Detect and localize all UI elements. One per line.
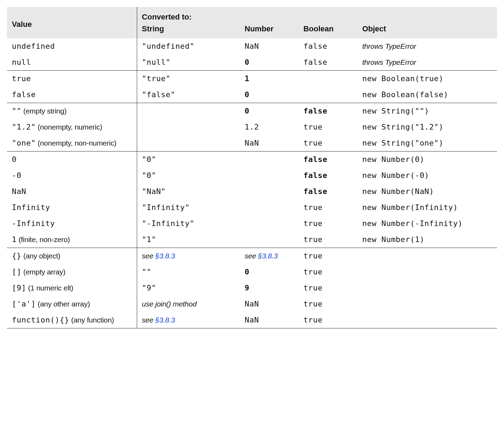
cell-object: new Boolean(false) <box>357 87 497 103</box>
table-row: -Infinity"-Infinity"truenew Number(-Infi… <box>7 216 497 232</box>
table-row: function(){} (any function)see §3.8.3NaN… <box>7 312 497 328</box>
value-code: -Infinity <box>12 219 55 228</box>
header-number: Number <box>240 24 299 38</box>
cell-object <box>357 296 497 312</box>
cell-number: 1.2 <box>240 119 299 135</box>
cell-object <box>357 280 497 296</box>
table-row: null"null"0falsethrows TypeError <box>7 54 497 71</box>
table-row: {} (any object)see §3.8.3see §3.8.3true <box>7 248 497 264</box>
value-description: (1 numeric elt) <box>26 284 73 292</box>
cell-string: "undefined" <box>137 38 240 54</box>
section-ref[interactable]: §3.8.3 <box>155 252 175 260</box>
cell-number: 0 <box>240 87 299 103</box>
cell-string: "NaN" <box>137 184 240 200</box>
cell-object <box>357 264 497 280</box>
table-header: Value Converted to: String Number Boolea… <box>7 7 497 38</box>
value-code: 0 <box>12 155 17 164</box>
value-code: 1 <box>12 235 17 244</box>
table-row: 1 (finite, non-zero)"1"truenew Number(1) <box>7 232 497 248</box>
cell-number: NaN <box>240 312 299 328</box>
cell-number: NaN <box>240 135 299 151</box>
section-ref[interactable]: §3.8.3 <box>155 316 175 324</box>
cell-value: {} (any object) <box>7 248 137 264</box>
cell-value: -Infinity <box>7 216 137 232</box>
type-conversion-table: Value Converted to: String Number Boolea… <box>7 7 497 328</box>
cell-string: "0" <box>137 151 240 168</box>
header-string: String <box>137 24 240 38</box>
cell-boolean: true <box>299 232 357 248</box>
cell-string <box>137 103 240 119</box>
cell-value: ['a'] (any other array) <box>7 296 137 312</box>
cell-boolean <box>299 87 357 103</box>
cell-object <box>357 312 497 328</box>
value-code: true <box>12 74 31 83</box>
cell-boolean: true <box>299 312 357 328</box>
cell-number <box>240 216 299 232</box>
value-code: Infinity <box>12 203 50 212</box>
cell-object <box>357 248 497 264</box>
table-row: "" (empty string)0falsenew String("") <box>7 103 497 119</box>
cell-number <box>240 200 299 216</box>
table-row: "1.2" (nonempty, numeric)1.2truenew Stri… <box>7 119 497 135</box>
value-code: undefined <box>12 42 55 50</box>
cell-value: undefined <box>7 38 137 54</box>
cell-number: 0 <box>240 54 299 71</box>
cell-object: new String("one") <box>357 135 497 151</box>
cell-value: true <box>7 71 137 87</box>
cell-string: "9" <box>137 280 240 296</box>
value-code: NaN <box>12 187 26 196</box>
cell-object: new Number(Infinity) <box>357 200 497 216</box>
cell-boolean: true <box>299 280 357 296</box>
cell-number: 0 <box>240 264 299 280</box>
value-code: [9] <box>12 283 26 292</box>
value-description: (finite, non-zero) <box>17 235 70 243</box>
table-body: undefined"undefined"NaNfalsethrows TypeE… <box>7 38 497 328</box>
cell-value: NaN <box>7 184 137 200</box>
table-row: [] (empty array)""0true <box>7 264 497 280</box>
cell-string: "null" <box>137 54 240 71</box>
header-boolean: Boolean <box>299 24 357 38</box>
cell-boolean: false <box>299 151 357 168</box>
cell-object: throws TypeError <box>357 54 497 71</box>
cell-value: "one" (nonempty, non-numeric) <box>7 135 137 151</box>
cell-number: NaN <box>240 296 299 312</box>
cell-string: "1" <box>137 232 240 248</box>
cell-boolean: true <box>299 216 357 232</box>
cell-value: 0 <box>7 151 137 168</box>
cell-object: new Number(NaN) <box>357 184 497 200</box>
table-row: 0"0"falsenew Number(0) <box>7 151 497 168</box>
cell-number: see §3.8.3 <box>240 248 299 264</box>
value-code: function(){} <box>12 316 69 324</box>
cell-value: 1 (finite, non-zero) <box>7 232 137 248</box>
cell-object: throws TypeError <box>357 38 497 54</box>
value-code: null <box>12 58 31 67</box>
table-row: [9] (1 numeric elt)"9"9true <box>7 280 497 296</box>
cell-number: 0 <box>240 103 299 119</box>
cell-string: see §3.8.3 <box>137 248 240 264</box>
cell-object: new String("1.2") <box>357 119 497 135</box>
cell-boolean: true <box>299 135 357 151</box>
cell-string: "-Infinity" <box>137 216 240 232</box>
value-code: ['a'] <box>12 300 36 308</box>
cell-value: Infinity <box>7 200 137 216</box>
value-description: (any other array) <box>36 300 90 308</box>
cell-string: "" <box>137 264 240 280</box>
value-description: (nonempty, non-numeric) <box>36 139 117 147</box>
section-ref[interactable]: §3.8.3 <box>258 252 278 260</box>
cell-number <box>240 168 299 184</box>
cell-value: function(){} (any function) <box>7 312 137 328</box>
value-code: "" <box>12 107 22 115</box>
cell-boolean: true <box>299 264 357 280</box>
cell-value: "1.2" (nonempty, numeric) <box>7 119 137 135</box>
cell-boolean: true <box>299 200 357 216</box>
cell-number <box>240 232 299 248</box>
cell-boolean: false <box>299 184 357 200</box>
table-row: NaN"NaN"falsenew Number(NaN) <box>7 184 497 200</box>
cell-value: false <box>7 87 137 103</box>
cell-string <box>137 119 240 135</box>
cell-value: [] (empty array) <box>7 264 137 280</box>
cell-string: see §3.8.3 <box>137 312 240 328</box>
value-code: false <box>12 90 36 99</box>
cell-value: "" (empty string) <box>7 103 137 119</box>
cell-object: new Number(1) <box>357 232 497 248</box>
